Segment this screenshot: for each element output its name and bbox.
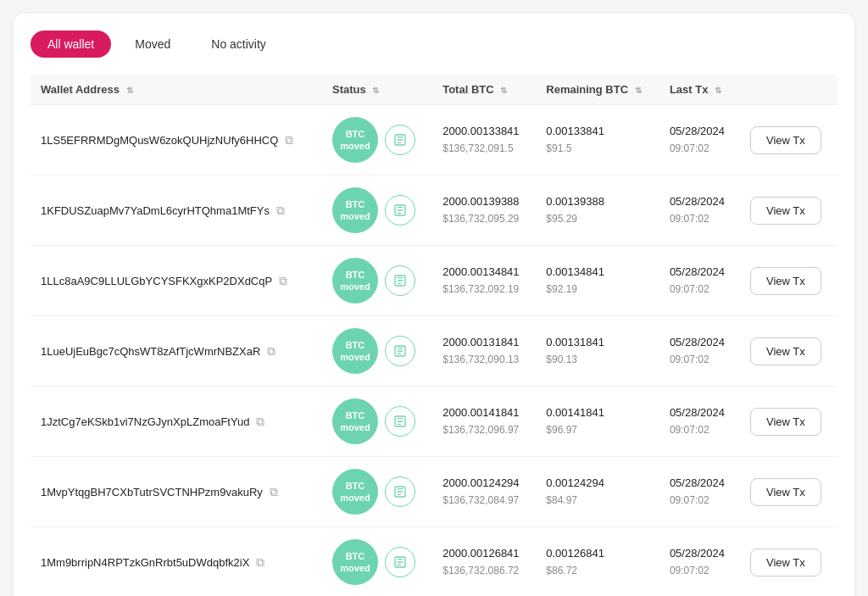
copy-icon[interactable]: ⧉ [256, 415, 264, 429]
total-btc-value: 2000.00126841 [442, 545, 526, 563]
total-btc-value: 2000.00141841 [442, 404, 526, 422]
view-tx-button[interactable]: View Tx [750, 408, 821, 436]
total-btc-value: 2000.00134841 [442, 264, 526, 281]
wallet-address-text: 1Mm9brripN4RPTzkGnRrbt5uDWdqbfk2iX [41, 556, 249, 569]
total-btc-value: 2000.00131841 [442, 334, 526, 352]
total-btc-cell: 2000.00133841 $136,732,091.5 [442, 123, 526, 157]
remaining-btc-value: 0.00134841 [546, 264, 649, 281]
col-header-last-tx[interactable]: Last Tx ⇅ [659, 75, 740, 105]
last-tx-cell: 05/28/2024 09:07:02 [670, 334, 730, 368]
file-icon-button[interactable] [385, 547, 415, 577]
copy-icon[interactable]: ⧉ [279, 274, 287, 288]
wallet-address-text: 1MvpYtqgBH7CXbTutrSVCTNHPzm9vakuRy [41, 486, 263, 499]
total-btc-cell: 2000.00141841 $136,732,096.97 [442, 404, 526, 438]
total-btc-value: 2000.00124294 [442, 475, 526, 493]
tab-no-activity[interactable]: No activity [194, 31, 283, 58]
status-cell: BTC moved [332, 469, 422, 515]
view-tx-button[interactable]: View Tx [750, 126, 821, 154]
remaining-btc-value: 0.00124294 [546, 475, 649, 493]
tab-all-wallet[interactable]: All wallet [31, 31, 111, 58]
col-header-action [740, 75, 837, 105]
last-tx-time: 09:07:02 [670, 281, 730, 298]
file-icon-button[interactable] [385, 125, 415, 155]
col-header-remaining-btc[interactable]: Remaining BTC ⇅ [536, 75, 659, 105]
remaining-btc-value: 0.00131841 [546, 334, 649, 352]
wallet-table: Wallet Address ⇅Status ⇅Total BTC ⇅Remai… [31, 75, 837, 596]
col-header-wallet-address[interactable]: Wallet Address ⇅ [31, 75, 322, 105]
remaining-btc-value: 0.00126841 [546, 545, 649, 563]
total-usd-value: $136,732,090.13 [442, 352, 526, 368]
moved-label: moved [340, 492, 370, 504]
sort-icon-remaining-btc[interactable]: ⇅ [635, 86, 642, 95]
view-tx-button[interactable]: View Tx [750, 478, 821, 506]
col-header-status[interactable]: Status ⇅ [322, 75, 432, 105]
view-tx-button[interactable]: View Tx [750, 549, 821, 577]
status-cell: BTC moved [332, 328, 422, 374]
last-tx-time: 09:07:02 [670, 211, 730, 227]
last-tx-cell: 05/28/2024 09:07:02 [670, 264, 730, 298]
total-usd-value: $136,732,092.19 [442, 281, 526, 298]
copy-icon[interactable]: ⧉ [285, 133, 293, 148]
moved-label: moved [340, 351, 370, 363]
view-tx-button[interactable]: View Tx [750, 337, 821, 365]
file-icon-button[interactable] [385, 265, 415, 296]
total-btc-value: 2000.00139388 [442, 193, 526, 211]
btc-label: BTC [346, 339, 365, 351]
table-row: 1MvpYtqgBH7CXbTutrSVCTNHPzm9vakuRy ⧉ BTC… [31, 457, 837, 527]
sort-icon-wallet-address[interactable]: ⇅ [126, 86, 133, 95]
total-usd-value: $136,732,091.5 [442, 141, 526, 157]
moved-label: moved [340, 281, 370, 292]
total-usd-value: $136,732,096.97 [442, 422, 526, 438]
view-tx-button[interactable]: View Tx [750, 197, 821, 225]
btc-moved-badge: BTC moved [332, 117, 378, 163]
btc-label: BTC [346, 480, 365, 492]
wallet-address-cell: 1LLc8aA9C9LLULGbYCYSFKXgxKP2DXdCqP ⧉ [41, 274, 312, 288]
remaining-usd-value: $84.97 [546, 493, 649, 509]
total-btc-cell: 2000.00131841 $136,732,090.13 [442, 334, 526, 368]
col-header-total-btc[interactable]: Total BTC ⇅ [432, 75, 536, 105]
btc-label: BTC [346, 198, 365, 210]
file-icon-button[interactable] [385, 195, 415, 226]
status-cell: BTC moved [332, 117, 422, 163]
file-icon-button[interactable] [385, 406, 415, 437]
remaining-btc-cell: 0.00141841 $96.97 [546, 404, 649, 438]
copy-icon[interactable]: ⧉ [256, 555, 264, 570]
last-tx-date: 05/28/2024 [670, 475, 730, 493]
last-tx-time: 09:07:02 [670, 141, 730, 157]
remaining-btc-cell: 0.00124294 $84.97 [546, 475, 649, 509]
last-tx-time: 09:07:02 [670, 352, 730, 368]
btc-label: BTC [346, 409, 365, 421]
remaining-usd-value: $91.5 [546, 141, 649, 157]
table-row: 1LS5EFRRMDgMQusW6zokQUHjzNUfy6HHCQ ⧉ BTC… [31, 105, 837, 175]
remaining-usd-value: $95.29 [546, 211, 649, 227]
table-row: 1Mm9brripN4RPTzkGnRrbt5uDWdqbfk2iX ⧉ BTC… [31, 527, 837, 597]
status-cell: BTC moved [332, 258, 422, 304]
sort-icon-status[interactable]: ⇅ [372, 86, 379, 95]
last-tx-cell: 05/28/2024 09:07:02 [670, 193, 730, 227]
table-row: 1LLc8aA9C9LLULGbYCYSFKXgxKP2DXdCqP ⧉ BTC… [31, 246, 837, 316]
tab-bar: All walletMovedNo activity [31, 31, 837, 58]
wallet-address-cell: 1LueUjEuBgc7cQhsWT8zAfTjcWmrNBZXaR ⧉ [41, 344, 312, 359]
copy-icon[interactable]: ⧉ [270, 485, 278, 499]
main-container: All walletMovedNo activity Wallet Addres… [14, 14, 854, 596]
sort-icon-last-tx[interactable]: ⇅ [715, 86, 721, 95]
sort-icon-total-btc[interactable]: ⇅ [500, 86, 507, 95]
file-icon-button[interactable] [385, 336, 415, 366]
wallet-address-text: 1JztCg7eKSkb1vi7NzGJynXpLZmoaFtYud [41, 415, 249, 428]
copy-icon[interactable]: ⧉ [276, 203, 285, 218]
btc-moved-badge: BTC moved [332, 258, 378, 304]
tab-moved[interactable]: Moved [118, 31, 187, 58]
remaining-usd-value: $90.13 [546, 352, 649, 368]
remaining-btc-cell: 0.00134841 $92.19 [546, 264, 649, 298]
total-btc-cell: 2000.00134841 $136,732,092.19 [442, 264, 526, 298]
wallet-address-cell: 1Mm9brripN4RPTzkGnRrbt5uDWdqbfk2iX ⧉ [41, 555, 312, 570]
copy-icon[interactable]: ⧉ [267, 344, 275, 359]
view-tx-button[interactable]: View Tx [750, 267, 821, 295]
remaining-btc-value: 0.00133841 [546, 123, 649, 141]
wallet-address-text: 1LS5EFRRMDgMQusW6zokQUHjzNUfy6HHCQ [41, 134, 278, 147]
last-tx-cell: 05/28/2024 09:07:02 [670, 123, 730, 157]
btc-label: BTC [346, 128, 365, 140]
file-icon-button[interactable] [385, 476, 415, 507]
btc-moved-badge: BTC moved [332, 539, 378, 585]
total-usd-value: $136,732,086.72 [442, 563, 526, 579]
